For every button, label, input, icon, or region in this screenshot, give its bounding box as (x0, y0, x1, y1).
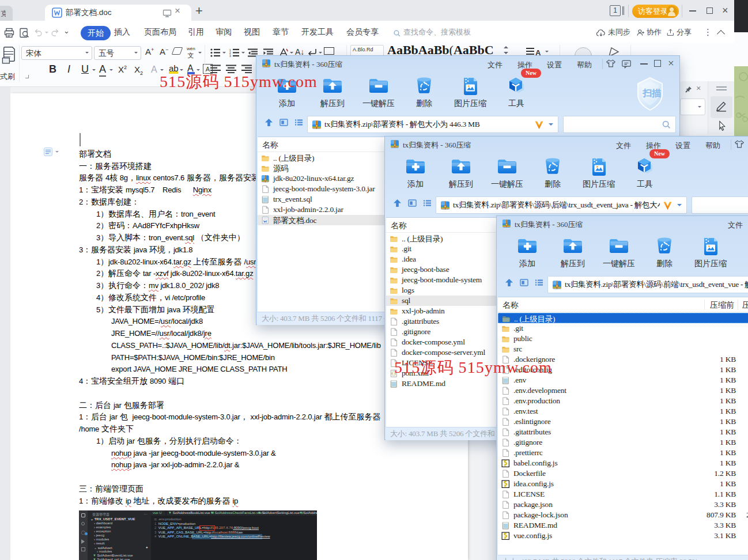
svg-text:3: 3 (229, 54, 231, 57)
